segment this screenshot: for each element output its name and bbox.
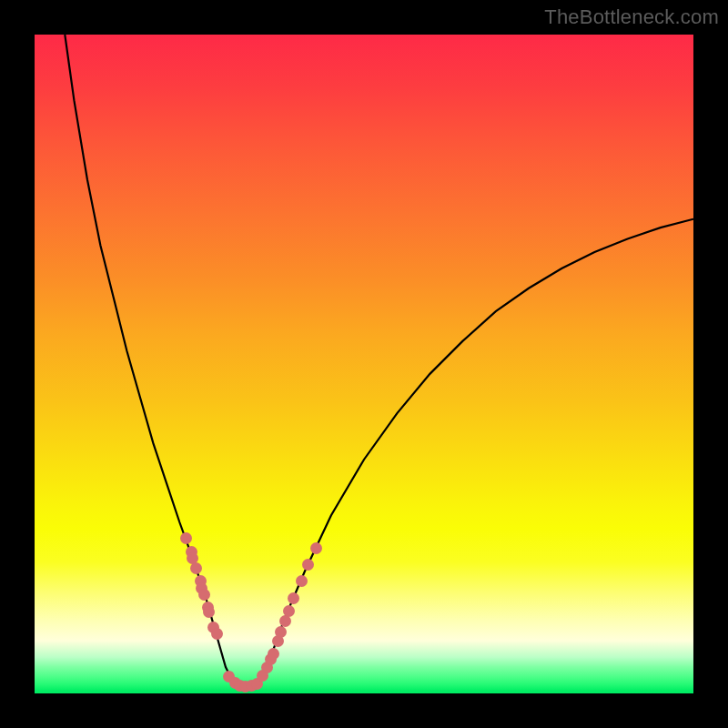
chart-frame: TheBottleneck.com [0, 0, 728, 728]
bottleneck-curve [35, 35, 693, 693]
watermark-text: TheBottleneck.com [544, 5, 719, 29]
data-point [310, 542, 322, 554]
data-point [283, 605, 295, 617]
plot-area [35, 35, 693, 693]
data-point [268, 648, 279, 660]
data-point [190, 562, 202, 574]
data-point [288, 592, 299, 604]
